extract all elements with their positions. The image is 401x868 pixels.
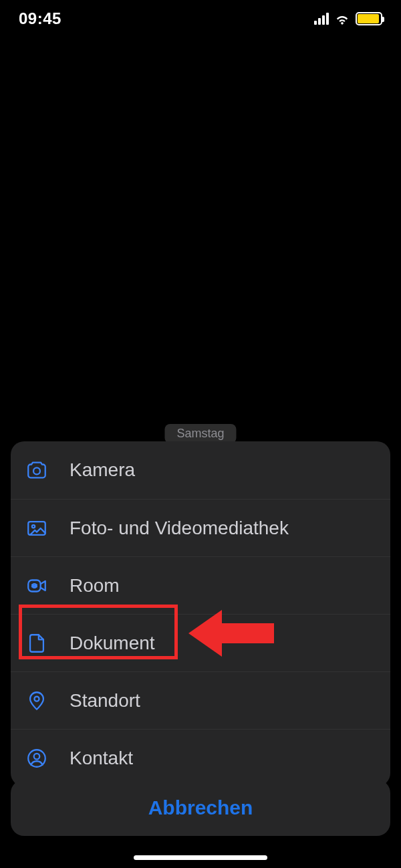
svg-point-7 [34,753,40,759]
video-room-icon [25,574,48,597]
contact-icon [25,747,48,770]
sheet-item-label: Kontakt [70,748,133,769]
sheet-item-label: Dokument [70,633,155,654]
chat-backdrop [11,40,390,420]
cellular-signal-icon [314,13,329,25]
svg-point-0 [33,467,40,474]
document-icon [25,632,48,655]
sheet-item-location[interactable]: Standort [11,671,390,729]
sheet-item-document[interactable]: Dokument [11,614,390,671]
sheet-item-label: Standort [70,690,140,712]
sheet-item-label: Kamera [70,459,135,481]
image-icon [25,517,48,540]
sheet-item-room[interactable]: Room [11,556,390,614]
status-time: 09:45 [19,9,61,28]
status-icons [314,12,382,25]
location-pin-icon [25,689,48,712]
attachment-action-sheet: Kamera Foto- und Videomediathek Room Dok… [11,441,390,786]
battery-icon [356,12,382,25]
cancel-button-label: Abbrechen [148,796,253,819]
sheet-item-camera[interactable]: Kamera [11,441,390,499]
cancel-button[interactable]: Abbrechen [11,780,390,836]
svg-point-5 [34,696,39,701]
sheet-item-media[interactable]: Foto- und Videomediathek [11,499,390,556]
sheet-item-label: Room [70,575,120,596]
day-chip: Samstag [164,424,236,443]
status-bar: 09:45 [0,0,401,37]
camera-icon [25,459,48,481]
wifi-icon [334,13,350,25]
svg-rect-1 [28,522,45,535]
home-indicator[interactable] [134,855,267,860]
sheet-item-contact[interactable]: Kontakt [11,729,390,786]
svg-point-2 [32,525,35,528]
sheet-item-label: Foto- und Videomediathek [70,518,289,539]
